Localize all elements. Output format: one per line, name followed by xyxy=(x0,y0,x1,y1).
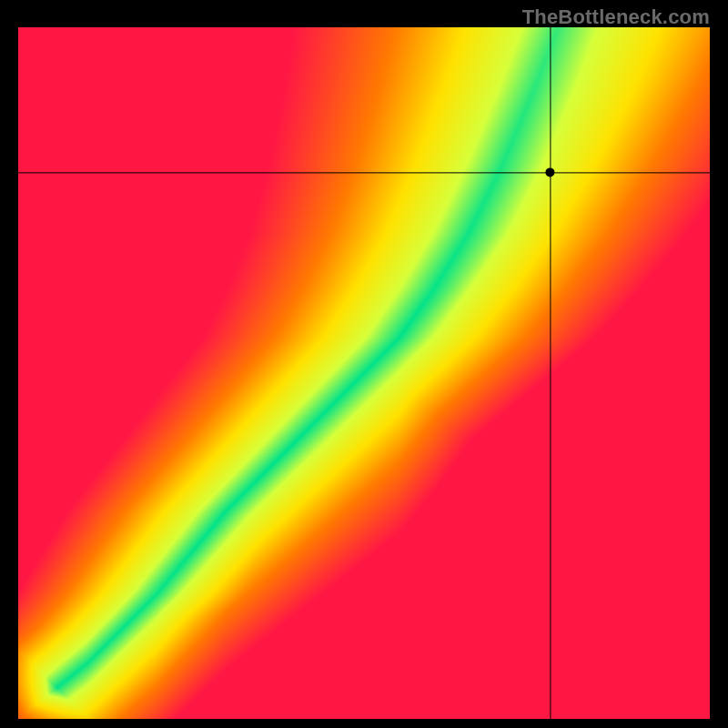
watermark-text: TheBottleneck.com xyxy=(522,5,710,29)
bottleneck-heatmap xyxy=(18,27,710,719)
